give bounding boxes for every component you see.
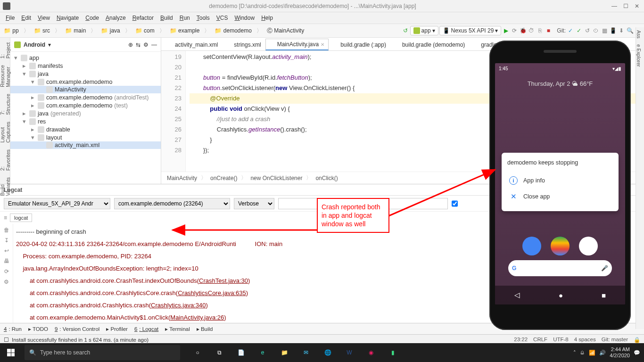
stacktrace-link[interactable]: Crashlytics.java:340 <box>151 302 206 309</box>
mail-icon[interactable]: ✉ <box>296 343 316 362</box>
attach-debugger-icon[interactable]: ⎘ <box>536 27 544 34</box>
project-view-label[interactable]: Android <box>24 41 45 48</box>
stop-button[interactable]: ■ <box>545 27 552 34</box>
camera-icon[interactable]: ◉ <box>361 343 381 362</box>
project-tree[interactable]: ▾app▸manifests▾java▾com.example.demodemo… <box>10 52 161 151</box>
chrome-icon[interactable]: 🌐 <box>318 343 338 362</box>
device-selector[interactable]: 📱 Nexus 5X API 29 ▾ <box>439 26 502 35</box>
menu-analyze[interactable]: Analyze <box>103 14 129 22</box>
breadcrumb-item[interactable]: 📁 com <box>133 26 157 35</box>
tray-volume-icon[interactable]: 🔊 <box>599 350 606 356</box>
bottom-tool-logcat[interactable]: 6: Logcat <box>134 326 158 332</box>
logcat-process-select[interactable]: com.example.demodemo (23264) <box>114 198 230 209</box>
tree-node[interactable]: MainActivity <box>10 86 161 93</box>
apply-changes-icon[interactable]: ⟳ <box>511 27 518 34</box>
emu-google-search[interactable]: G 🎤 <box>508 260 612 276</box>
project-structure-icon[interactable]: ▦ <box>601 27 608 34</box>
tray-wifi-icon[interactable]: 📶 <box>589 350 595 356</box>
menu-build[interactable]: Build <box>157 14 176 22</box>
editor-tab[interactable]: activity_main.xml <box>163 39 222 50</box>
emu-chrome-icon[interactable] <box>579 237 598 255</box>
breadcrumb-item[interactable]: 📁 java <box>99 26 122 35</box>
emu-play-icon[interactable] <box>551 237 570 255</box>
edge-icon[interactable]: e <box>253 343 272 362</box>
menu-code[interactable]: Code <box>83 14 102 22</box>
tray-chevron-icon[interactable]: ˄ <box>573 350 576 356</box>
bottom-tool-profiler[interactable]: ▸ Profiler <box>106 326 128 332</box>
bottom-tool-version-control[interactable]: 9: Version Control <box>55 326 99 332</box>
menu-navigate[interactable]: Navigate <box>54 14 82 22</box>
bottom-tool-build[interactable]: ▸ Build <box>197 326 213 332</box>
maximize-button[interactable]: ☐ <box>621 3 630 9</box>
office-icon[interactable]: 📄 <box>231 343 251 362</box>
settings-icon[interactable]: ⚙ <box>4 279 9 285</box>
notifications-icon[interactable]: 💬 <box>634 350 640 356</box>
tree-node[interactable]: ▾app <box>10 54 161 62</box>
tool-strip----structure[interactable]: 7: Structure <box>0 92 11 117</box>
mic-icon[interactable]: 🎤 <box>601 265 608 272</box>
taskbar-clock[interactable]: 2:44 AM 4/2/2020 <box>610 346 630 359</box>
editor-tab[interactable]: build.gradle (:app) <box>329 39 390 50</box>
breadcrumb-item[interactable]: 📁 main <box>63 26 88 35</box>
emu-app-info-button[interactable]: i App info <box>507 173 613 189</box>
code-breadcrumb-item[interactable]: onCreate() <box>210 175 237 181</box>
tree-node[interactable]: ▸java (generated) <box>10 109 161 117</box>
vcs-revert-icon[interactable]: ⏲ <box>592 27 600 34</box>
line-separator[interactable]: CRLF <box>533 337 547 343</box>
menu-help[interactable]: Help <box>258 14 276 22</box>
logcat-tab[interactable]: logcat <box>10 214 32 222</box>
cortana-icon[interactable]: ○ <box>188 343 207 362</box>
breadcrumb-item[interactable]: Ⓒ MainActivity <box>265 26 306 36</box>
avd-manager-icon[interactable]: 📱 <box>609 27 617 34</box>
caret-position[interactable]: 23:22 <box>514 337 528 343</box>
tool-strip-right[interactable]: Ass <box>636 27 642 41</box>
gear-icon[interactable]: ⚙ <box>143 41 149 48</box>
run-config-selector[interactable]: app ▾ <box>410 26 438 35</box>
tool-strip----project[interactable]: 1: Project <box>0 41 11 60</box>
android-studio-icon[interactable]: ▮ <box>383 343 403 362</box>
close-button[interactable]: ✕ <box>633 3 641 9</box>
emulator-window[interactable]: 1:45 ▾◢▮ Thursday, Apr 2 🌥 66°F demodemo… <box>489 41 631 330</box>
breadcrumb-item[interactable]: 📁 pp <box>2 26 21 35</box>
menu-run[interactable]: Run <box>177 14 193 22</box>
vcs-history-icon[interactable]: ↺ <box>584 27 591 34</box>
breadcrumb-item[interactable]: 📁 src <box>32 26 52 35</box>
menu-view[interactable]: View <box>35 14 53 22</box>
scroll-end-icon[interactable]: ↧ <box>4 237 9 244</box>
editor-tab[interactable]: build.gradle (demodemo) <box>390 39 469 50</box>
breadcrumb-item[interactable]: 📁 demodemo <box>213 26 253 35</box>
restart-icon[interactable]: ⟳ <box>4 268 9 275</box>
sdk-manager-icon[interactable]: ⬇ <box>618 27 625 34</box>
emu-home-button[interactable]: ● <box>559 291 563 299</box>
word-icon[interactable]: W <box>339 343 359 362</box>
vcs-commit-icon[interactable]: ✓ <box>575 27 583 34</box>
editor-tab[interactable]: strings.xml <box>222 39 265 50</box>
code-breadcrumb-item[interactable]: onClick() <box>315 175 338 181</box>
explorer-icon[interactable]: 📁 <box>274 343 294 362</box>
memory-indicator-icon[interactable]: 🔒 <box>634 337 640 343</box>
soft-wrap-icon[interactable]: ↩ <box>4 247 9 254</box>
tree-node[interactable]: ▾res <box>10 117 161 125</box>
tool-strip-right[interactable]: e Explorer <box>636 41 642 70</box>
tool-strip-resource-manager[interactable]: Resource Manager <box>0 63 11 89</box>
task-view-icon[interactable]: ⧉ <box>209 343 229 362</box>
tray-bluetooth-icon[interactable]: 🕭 <box>580 350 585 355</box>
emu-back-button[interactable]: ◁ <box>514 291 520 299</box>
hide-icon[interactable]: — <box>151 41 157 48</box>
menu-refactor[interactable]: Refactor <box>130 14 157 22</box>
debug-button[interactable]: 🐞 <box>519 27 527 34</box>
start-button[interactable] <box>0 343 22 362</box>
emu-close-app-button[interactable]: ✕ Close app <box>507 189 613 205</box>
tree-node[interactable]: ▸drawable <box>10 125 161 133</box>
vcs-update-icon[interactable]: ✓ <box>567 27 574 34</box>
indent-info[interactable]: 4 spaces <box>574 337 596 343</box>
tree-node[interactable]: ▾java <box>10 70 161 78</box>
bottom-tool-run[interactable]: 4: Run <box>4 326 22 332</box>
editor-tab[interactable]: MainActivity.java✕ <box>265 39 329 50</box>
code-breadcrumb-item[interactable]: MainActivity <box>167 175 197 181</box>
taskbar-search[interactable]: 🔍 Type here to search <box>25 345 180 360</box>
search-icon[interactable]: 🔍 <box>626 27 634 34</box>
tree-node[interactable]: ▾layout <box>10 133 161 141</box>
tree-node[interactable]: activity_main.xml <box>10 141 161 149</box>
menu-file[interactable]: File <box>3 14 17 22</box>
